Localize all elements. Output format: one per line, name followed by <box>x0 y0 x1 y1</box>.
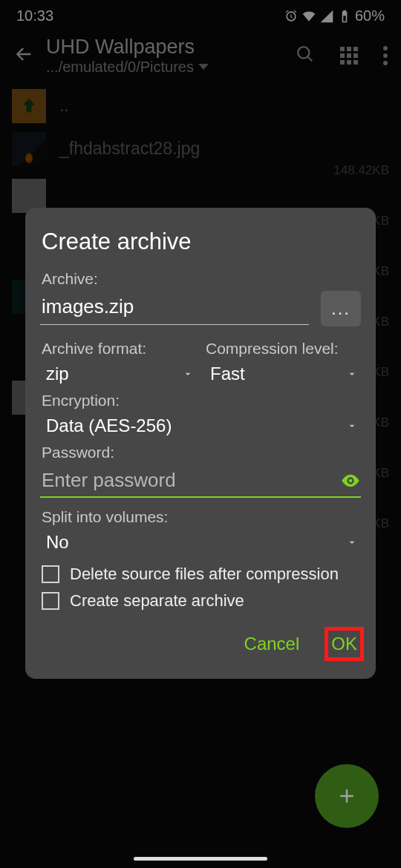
file-name: _fhdabstract28.jpg <box>59 139 389 159</box>
status-right: 60% <box>284 7 385 24</box>
parent-folder-row[interactable]: .. <box>9 85 392 128</box>
checkbox-label: Create separate archive <box>70 591 244 611</box>
archive-name-input[interactable] <box>40 292 309 325</box>
title-block[interactable]: UHD Wallpapers .../emulated/0/Pictures <box>46 36 284 76</box>
format-value: zip <box>46 364 69 384</box>
page-title: UHD Wallpapers <box>46 36 284 59</box>
chevron-down-icon <box>346 368 358 380</box>
plus-icon <box>336 785 358 807</box>
separate-archive-checkbox[interactable]: Create separate archive <box>42 591 359 611</box>
file-name: .. <box>59 96 389 116</box>
password-label: Password: <box>42 444 359 461</box>
level-dropdown[interactable]: Fast <box>204 361 361 389</box>
view-grid-button[interactable] <box>340 47 358 65</box>
app-bar: UHD Wallpapers .../emulated/0/Pictures <box>0 32 401 85</box>
split-label: Split into volumes: <box>42 508 359 526</box>
arrow-back-icon <box>13 44 34 65</box>
create-archive-dialog: Create archive Archive: ... Archive form… <box>25 208 376 679</box>
chevron-down-icon <box>182 368 194 380</box>
format-label: Archive format: <box>42 340 195 358</box>
wifi-icon <box>301 9 316 24</box>
format-dropdown[interactable]: zip <box>40 361 197 389</box>
back-button[interactable] <box>13 44 34 68</box>
alarm-icon <box>284 9 299 24</box>
battery-percent: 60% <box>355 7 385 24</box>
split-dropdown[interactable]: No <box>40 529 361 557</box>
level-value: Fast <box>210 364 245 384</box>
checkbox-label: Delete source files after compression <box>70 565 339 584</box>
browse-button[interactable]: ... <box>321 291 361 326</box>
level-label: Compression level: <box>206 340 359 358</box>
encryption-dropdown[interactable]: Data (AES-256) <box>40 412 361 441</box>
signal-icon <box>319 9 334 24</box>
overflow-menu-button[interactable] <box>383 46 388 65</box>
status-bar: 10:33 60% <box>0 0 401 32</box>
split-value: No <box>46 532 69 553</box>
folder-up-icon <box>12 89 46 123</box>
home-indicator[interactable] <box>134 857 267 861</box>
delete-source-checkbox[interactable]: Delete source files after compression <box>42 565 359 584</box>
search-icon <box>296 45 315 64</box>
encryption-label: Encryption: <box>42 392 359 410</box>
search-button[interactable] <box>296 45 315 67</box>
dropdown-indicator-icon <box>198 64 209 70</box>
checkbox-icon <box>42 565 59 583</box>
eye-icon[interactable] <box>340 470 361 491</box>
breadcrumb: .../emulated/0/Pictures <box>46 59 194 76</box>
fab-add-button[interactable] <box>315 764 379 828</box>
file-row[interactable]: _fhdabstract28.jpg 148.42KB <box>9 128 392 171</box>
encryption-value: Data (AES-256) <box>46 415 172 436</box>
status-time: 10:33 <box>16 7 53 24</box>
ok-highlight: OK <box>325 627 364 661</box>
file-thumbnail <box>12 132 46 166</box>
battery-icon <box>337 9 352 24</box>
archive-label: Archive: <box>42 270 359 288</box>
chevron-down-icon <box>346 420 358 432</box>
dialog-title: Create archive <box>42 228 359 255</box>
checkbox-icon <box>42 592 59 610</box>
cancel-button[interactable]: Cancel <box>244 627 300 661</box>
ok-button[interactable]: OK <box>331 631 357 657</box>
chevron-down-icon <box>346 536 358 548</box>
password-input[interactable] <box>40 464 340 496</box>
